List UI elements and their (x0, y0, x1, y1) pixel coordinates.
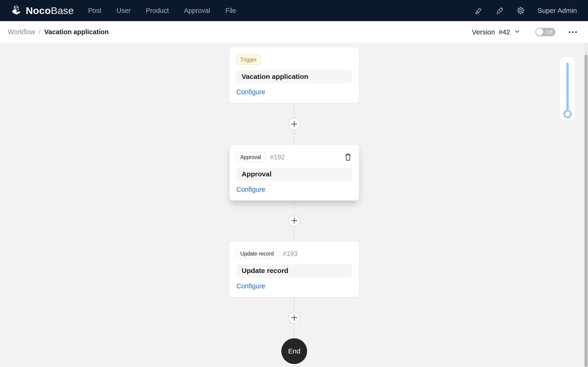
add-node-button-1[interactable] (288, 118, 300, 130)
add-node-button-3[interactable] (288, 312, 300, 324)
breadcrumb-workflow-link[interactable]: Workflow (8, 28, 35, 36)
vertical-scrollbar-thumb[interactable] (585, 55, 588, 367)
navbar-right-actions: Super Admin (474, 6, 577, 15)
menu-item-file[interactable]: File (225, 0, 236, 21)
logo-text-bold: Noco (26, 5, 51, 16)
menu-item-product[interactable]: Product (146, 0, 169, 21)
workflow-canvas: Trigger Vacation application Configure A… (0, 43, 588, 367)
update-record-node-card[interactable]: Update record #193 Update record Configu… (229, 242, 359, 297)
approval-badge-row: Approval #192 (236, 152, 352, 162)
approval-node-card[interactable]: Approval #192 Approval Configure (229, 145, 359, 200)
update-record-type-badge: Update record (236, 249, 278, 259)
update-record-node-id: #193 (283, 250, 298, 258)
highlighter-icon[interactable] (474, 6, 483, 15)
breadcrumb: Workflow / Vacation application (8, 28, 109, 36)
toggle-off-label: Off (546, 29, 552, 35)
chevron-down-icon (514, 28, 520, 36)
main-menu: Post User Product Approval File (88, 0, 236, 21)
zoom-slider-handle[interactable] (563, 110, 572, 118)
gear-icon[interactable] (516, 6, 525, 15)
menu-item-post[interactable]: Post (88, 0, 102, 21)
menu-item-approval[interactable]: Approval (184, 0, 210, 21)
delete-node-icon[interactable] (344, 153, 352, 161)
version-selector[interactable]: Version #42 (472, 28, 520, 36)
vertical-scrollbar-track[interactable] (584, 43, 588, 367)
toolbar-right-actions: Version #42 Off (472, 28, 578, 36)
update-record-node-title[interactable]: Update record (236, 264, 352, 277)
version-label: Version (472, 28, 495, 36)
toggle-knob (536, 28, 543, 35)
nocobase-logo[interactable]: NocoBase (11, 5, 74, 17)
approval-configure-link[interactable]: Configure (236, 186, 265, 193)
breadcrumb-current-page: Vacation application (44, 28, 109, 36)
nocobase-cube-icon (11, 5, 22, 17)
plus-icon (291, 217, 298, 224)
approval-node-id: #192 (270, 153, 285, 161)
menu-item-user[interactable]: User (117, 0, 131, 21)
trigger-node-title[interactable]: Vacation application (236, 70, 352, 83)
plug-icon[interactable] (495, 6, 504, 15)
user-menu[interactable]: Super Admin (537, 7, 577, 15)
approval-node-title[interactable]: Approval (236, 168, 352, 181)
zoom-slider-track[interactable] (566, 63, 569, 111)
top-navbar: NocoBase Post User Product Approval File (0, 0, 588, 21)
plus-icon (291, 314, 298, 321)
canvas-zoom-slider (560, 57, 575, 121)
end-node-label: End (288, 347, 300, 355)
workflow-editor-screen: NocoBase Post User Product Approval File (0, 0, 588, 367)
approval-type-badge: Approval (236, 152, 265, 162)
end-node: End (281, 338, 307, 364)
add-node-button-2[interactable] (288, 215, 300, 227)
trigger-badge-row: Trigger (236, 55, 352, 65)
workflow-toolbar: Workflow / Vacation application Version … (0, 21, 588, 43)
version-value: #42 (499, 28, 510, 36)
trigger-configure-link[interactable]: Configure (236, 88, 265, 96)
trigger-node-card[interactable]: Trigger Vacation application Configure (229, 48, 359, 103)
plus-icon (291, 121, 298, 127)
breadcrumb-separator: / (39, 28, 41, 36)
logo-text: NocoBase (26, 5, 74, 16)
update-record-badge-row: Update record #193 (236, 249, 352, 259)
logo-text-light: Base (51, 5, 74, 16)
update-record-configure-link[interactable]: Configure (236, 282, 265, 290)
more-options-button[interactable] (568, 31, 578, 33)
trigger-type-badge: Trigger (236, 55, 261, 65)
workflow-enable-toggle[interactable]: Off (536, 28, 555, 36)
